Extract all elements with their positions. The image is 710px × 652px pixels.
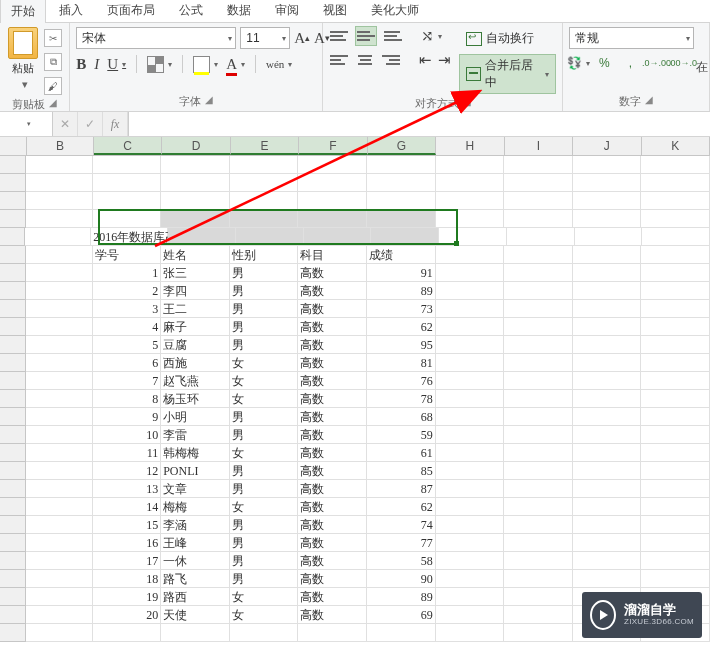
dialog-launcher-icon[interactable]: ◢ <box>463 96 471 111</box>
cell[interactable]: 11 <box>93 444 162 462</box>
cell[interactable] <box>26 534 93 552</box>
cell[interactable]: 95 <box>367 336 436 354</box>
cell[interactable] <box>230 210 299 228</box>
cell[interactable] <box>641 282 710 300</box>
tab-layout[interactable]: 页面布局 <box>96 0 166 22</box>
cell[interactable] <box>504 246 573 264</box>
cell[interactable]: 81 <box>367 354 436 372</box>
cell[interactable] <box>504 336 573 354</box>
tab-home[interactable]: 开始 <box>0 0 46 23</box>
cell[interactable] <box>573 516 642 534</box>
cell[interactable]: 高数 <box>298 318 367 336</box>
cell[interactable] <box>436 408 505 426</box>
cell[interactable] <box>575 228 643 246</box>
cell[interactable] <box>26 570 93 588</box>
cell[interactable]: 69 <box>367 606 436 624</box>
cell[interactable] <box>504 570 573 588</box>
cell[interactable]: 78 <box>367 390 436 408</box>
cell[interactable] <box>641 372 710 390</box>
row-header[interactable] <box>0 480 26 498</box>
cell[interactable] <box>93 174 162 192</box>
cell[interactable]: 89 <box>367 588 436 606</box>
cell[interactable]: 高数 <box>298 426 367 444</box>
row-header[interactable] <box>0 174 26 192</box>
cell[interactable]: 男 <box>230 534 299 552</box>
cell[interactable]: 李雷 <box>161 426 230 444</box>
cell[interactable] <box>573 318 642 336</box>
font-name-combo[interactable]: 宋体▾ <box>76 27 236 49</box>
increase-decimal-button[interactable]: .0→.00 <box>647 55 665 71</box>
align-center-button[interactable] <box>355 51 375 69</box>
phonetic-button[interactable]: wén▾ <box>266 58 292 70</box>
wrap-text-button[interactable]: 自动换行 <box>459 27 556 50</box>
cell[interactable] <box>161 174 230 192</box>
cell[interactable] <box>93 624 162 642</box>
cell[interactable]: PONLI <box>161 462 230 480</box>
cell[interactable]: 12 <box>93 462 162 480</box>
cell[interactable]: 16 <box>93 534 162 552</box>
tab-insert[interactable]: 插入 <box>48 0 94 22</box>
dialog-launcher-icon[interactable]: ◢ <box>645 94 653 109</box>
cell[interactable] <box>26 300 93 318</box>
cell[interactable] <box>26 264 93 282</box>
cell[interactable] <box>436 606 505 624</box>
cell[interactable] <box>573 570 642 588</box>
cell[interactable]: 68 <box>367 408 436 426</box>
tab-formula[interactable]: 公式 <box>168 0 214 22</box>
cell[interactable] <box>573 246 642 264</box>
cell[interactable]: 麻子 <box>161 318 230 336</box>
cell[interactable] <box>641 264 710 282</box>
cell[interactable] <box>573 426 642 444</box>
row-header[interactable] <box>0 372 26 390</box>
cell[interactable]: 高数 <box>298 300 367 318</box>
cell[interactable]: 男 <box>230 552 299 570</box>
col-header-J[interactable]: J <box>573 137 641 155</box>
cell[interactable] <box>504 588 573 606</box>
cell[interactable]: 学号 <box>93 246 162 264</box>
cell[interactable]: 87 <box>367 480 436 498</box>
cell[interactable] <box>573 210 642 228</box>
cell[interactable]: 2 <box>93 282 162 300</box>
cell[interactable] <box>504 534 573 552</box>
col-header-D[interactable]: D <box>162 137 230 155</box>
formula-input[interactable] <box>129 112 710 136</box>
cell[interactable]: 17 <box>93 552 162 570</box>
cell[interactable]: 19 <box>93 588 162 606</box>
cut-icon[interactable]: ✂ <box>44 29 62 47</box>
cell[interactable] <box>504 426 573 444</box>
cell[interactable] <box>26 480 93 498</box>
cell[interactable] <box>504 498 573 516</box>
cell[interactable]: 77 <box>367 534 436 552</box>
row-header[interactable] <box>0 516 26 534</box>
row-header[interactable] <box>0 336 26 354</box>
cell[interactable]: 20 <box>93 606 162 624</box>
cell[interactable] <box>26 372 93 390</box>
cell[interactable]: 性别 <box>230 246 299 264</box>
row-header[interactable] <box>0 246 26 264</box>
cell[interactable] <box>26 156 93 174</box>
cell[interactable] <box>26 354 93 372</box>
cell[interactable]: 高数 <box>298 282 367 300</box>
align-middle-button[interactable] <box>355 26 377 46</box>
cell[interactable] <box>26 462 93 480</box>
row-header[interactable] <box>0 318 26 336</box>
cell[interactable]: 豆腐 <box>161 336 230 354</box>
cell[interactable] <box>367 192 436 210</box>
cell[interactable] <box>26 282 93 300</box>
cell[interactable] <box>504 372 573 390</box>
cell[interactable]: 男 <box>230 480 299 498</box>
cell[interactable] <box>436 516 505 534</box>
cell[interactable] <box>504 174 573 192</box>
cell[interactable] <box>436 354 505 372</box>
cell[interactable] <box>230 156 299 174</box>
row-header[interactable] <box>0 444 26 462</box>
cell[interactable] <box>641 210 710 228</box>
cell[interactable]: 李涵 <box>161 516 230 534</box>
cell[interactable] <box>641 318 710 336</box>
cell[interactable]: 王峰 <box>161 534 230 552</box>
dialog-launcher-icon[interactable]: ◢ <box>49 97 57 112</box>
cell[interactable] <box>93 210 162 228</box>
cell[interactable] <box>436 480 505 498</box>
cell[interactable]: 高数 <box>298 570 367 588</box>
cell[interactable]: 5 <box>93 336 162 354</box>
